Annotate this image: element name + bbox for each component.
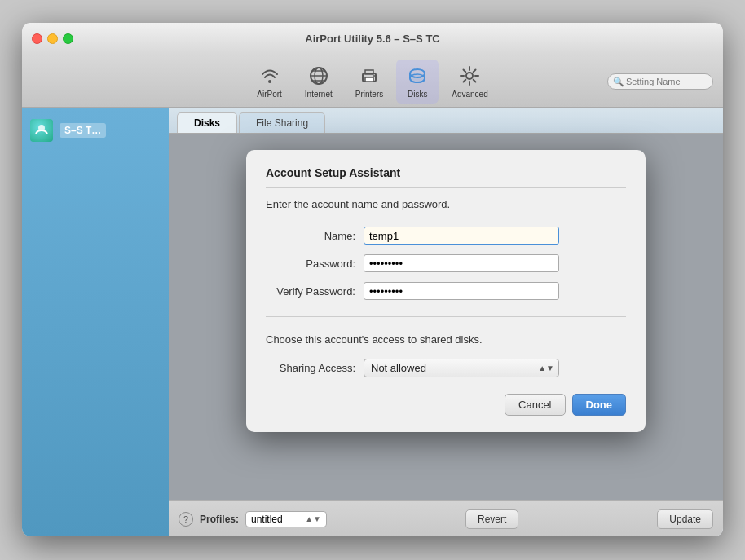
tab-file-sharing[interactable]: File Sharing xyxy=(239,112,325,133)
cancel-button[interactable]: Cancel xyxy=(505,394,565,416)
help-icon[interactable]: ? xyxy=(179,512,193,527)
toolbar-search: 🔍 xyxy=(607,73,713,90)
toolbar-item-advanced[interactable]: Advanced xyxy=(442,60,497,104)
account-setup-modal: Account Setup Assistant Enter the accoun… xyxy=(246,150,646,432)
sharing-access-label: Sharing Access: xyxy=(266,362,364,374)
password-label: Password: xyxy=(266,258,364,270)
device-name: S–S T… xyxy=(60,123,106,138)
modal-title: Account Setup Assistant xyxy=(266,166,626,188)
close-button[interactable] xyxy=(32,33,42,44)
toolbar-label-printers: Printers xyxy=(355,90,383,99)
window-controls xyxy=(32,33,73,44)
toolbar-item-disks[interactable]: Disks xyxy=(396,60,439,104)
separator xyxy=(266,316,626,317)
verify-password-row: Verify Password: xyxy=(266,282,626,300)
sharing-access-select-wrap: Not allowed Read only Read/Write ▲▼ xyxy=(364,359,559,377)
name-label: Name: xyxy=(266,230,364,242)
minimize-button[interactable] xyxy=(47,33,58,44)
toolbar-item-airport[interactable]: AirPort xyxy=(247,60,292,104)
toolbar-item-internet[interactable]: Internet xyxy=(295,60,342,104)
toolbar: AirPort Internet xyxy=(22,55,723,108)
titlebar: AirPort Utility 5.6 – S–S TC xyxy=(22,23,723,55)
disks-icon xyxy=(406,64,429,87)
main-content: Disks File Sharing Account Setup Assista… xyxy=(169,108,723,536)
tabs: Disks File Sharing xyxy=(169,108,723,134)
toolbar-label-disks: Disks xyxy=(408,90,427,99)
bottom-bar: ? Profiles: untitled ▲▼ Revert Update xyxy=(169,500,723,536)
sidebar-device-item[interactable]: S–S T… xyxy=(22,114,169,147)
toolbar-label-internet: Internet xyxy=(305,90,333,99)
sidebar: S–S T… xyxy=(22,108,169,536)
svg-point-0 xyxy=(268,80,271,83)
sharing-access-select[interactable]: Not allowed Read only Read/Write xyxy=(364,359,559,377)
window-title: AirPort Utility 5.6 – S–S TC xyxy=(305,33,439,45)
password-row: Password: xyxy=(266,254,626,272)
main-window: AirPort Utility 5.6 – S–S TC AirPort xyxy=(22,23,723,536)
verify-password-input[interactable] xyxy=(364,282,559,300)
profiles-arrow-icon: ▲▼ xyxy=(305,514,321,523)
content-area: S–S T… Disks File Sharing Account Setup … xyxy=(22,108,723,536)
toolbar-label-airport: AirPort xyxy=(257,90,282,99)
sharing-description: Choose this account's access to shared d… xyxy=(266,333,626,346)
maximize-button[interactable] xyxy=(63,33,73,44)
svg-rect-8 xyxy=(365,77,373,82)
modal-description: Enter the account name and password. xyxy=(266,198,626,210)
printer-icon xyxy=(358,64,381,87)
done-button[interactable]: Done xyxy=(572,394,627,416)
internet-icon xyxy=(307,64,330,87)
airport-icon xyxy=(258,64,281,87)
search-icon: 🔍 xyxy=(613,76,624,86)
name-row: Name: xyxy=(266,227,626,245)
profiles-label: Profiles: xyxy=(200,514,239,525)
toolbar-label-advanced: Advanced xyxy=(452,90,487,99)
device-icon xyxy=(30,119,53,142)
sharing-access-row: Sharing Access: Not allowed Read only Re… xyxy=(266,359,626,377)
update-button[interactable]: Update xyxy=(657,509,713,529)
profiles-select[interactable]: untitled ▲▼ xyxy=(245,511,327,527)
modal-overlay: Account Setup Assistant Enter the accoun… xyxy=(169,134,723,500)
name-input[interactable] xyxy=(364,227,559,245)
advanced-icon xyxy=(458,64,481,87)
password-input[interactable] xyxy=(364,254,559,272)
main-body: Account Setup Assistant Enter the accoun… xyxy=(169,134,723,500)
verify-password-label: Verify Password: xyxy=(266,285,364,298)
profiles-value: untitled xyxy=(251,514,283,525)
revert-button[interactable]: Revert xyxy=(465,509,518,529)
svg-point-9 xyxy=(373,75,375,77)
tab-disks[interactable]: Disks xyxy=(177,112,237,133)
toolbar-item-printers[interactable]: Printers xyxy=(346,60,393,104)
modal-buttons: Cancel Done xyxy=(266,394,626,416)
svg-rect-7 xyxy=(365,70,373,74)
svg-point-12 xyxy=(466,73,473,79)
svg-point-11 xyxy=(410,74,425,82)
